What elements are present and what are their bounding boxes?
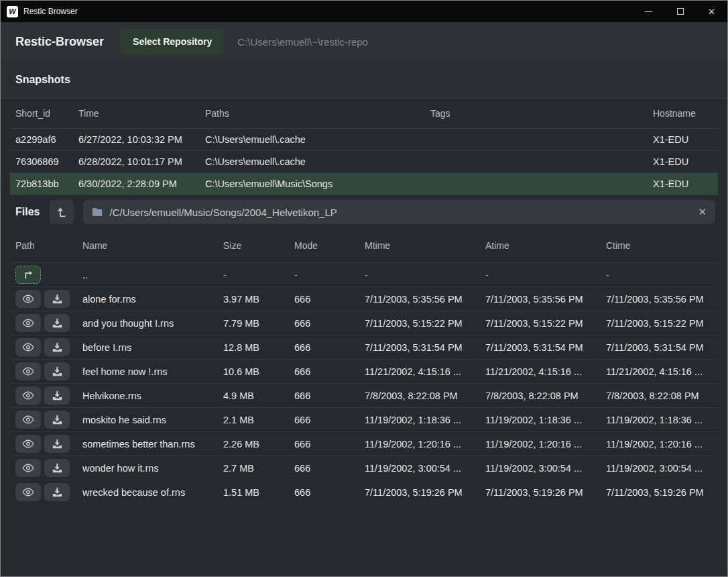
eye-icon: [22, 488, 34, 496]
file-mtime: 7/11/2003, 5:15:22 PM: [359, 318, 480, 329]
preview-file-button[interactable]: [15, 386, 41, 405]
column-header-short-id[interactable]: Short_id: [10, 108, 73, 119]
column-header-size[interactable]: Size: [218, 240, 289, 251]
download-file-button[interactable]: [44, 459, 70, 477]
file-size: 2.1 MB: [218, 415, 289, 425]
eye-icon: [22, 295, 34, 303]
file-mode: 666: [289, 390, 359, 401]
file-mtime: 11/19/2002, 1:20:16 ...: [359, 439, 480, 450]
file-atime: 7/11/2003, 5:31:54 PM: [480, 342, 601, 353]
maximize-icon: [677, 8, 684, 15]
clear-path-button[interactable]: ✕: [698, 206, 707, 218]
column-header-ctime[interactable]: Ctime: [601, 240, 718, 251]
snapshot-row[interactable]: 76306869 6/28/2022, 10:01:17 PM C:\Users…: [10, 150, 718, 172]
files-section-header: Files /C/Users/emuell/Music/Songs/2004_H…: [1, 195, 727, 229]
file-size: 4.9 MB: [218, 390, 289, 401]
preview-file-button[interactable]: [15, 290, 41, 308]
preview-file-button[interactable]: [15, 435, 41, 453]
download-file-button[interactable]: [44, 386, 70, 405]
snapshot-hostname: X1-EDU: [648, 156, 718, 167]
snapshot-paths: C:\Users\emuell\.cache: [200, 156, 425, 167]
download-file-button[interactable]: [44, 338, 70, 356]
goto-root-button[interactable]: [50, 200, 74, 224]
column-header-atime[interactable]: Atime: [480, 240, 601, 251]
parent-directory-button[interactable]: [15, 266, 41, 284]
file-row: Helvikone.rns 4.9 MB 666 7/8/2003, 8:22:…: [10, 383, 718, 407]
files-table-header: Path Name Size Mode Mtime Atime Ctime: [10, 229, 718, 262]
file-mtime: 7/11/2003, 5:31:54 PM: [359, 342, 480, 353]
file-mode: 666: [289, 318, 359, 329]
app-title: Restic-Browser: [15, 35, 104, 49]
download-file-button[interactable]: [44, 483, 70, 501]
file-name: feel home now !.rns: [77, 366, 218, 377]
column-header-tags[interactable]: Tags: [425, 108, 648, 119]
select-repository-button[interactable]: Select Repository: [120, 29, 225, 54]
file-name: and you thought I.rns: [77, 318, 218, 329]
snapshot-time: 6/28/2022, 10:01:17 PM: [73, 156, 200, 167]
current-path-text: /C/Users/emuell/Music/Songs/2004_Helveti…: [109, 207, 691, 218]
preview-file-button[interactable]: [15, 483, 41, 501]
download-file-button[interactable]: [44, 290, 70, 308]
current-path-input[interactable]: /C/Users/emuell/Music/Songs/2004_Helveti…: [83, 200, 715, 224]
download-file-button[interactable]: [44, 314, 70, 332]
wails-logo-icon: W: [7, 6, 18, 17]
file-size: -: [218, 270, 289, 280]
snapshot-row-selected[interactable]: 72b813bb 6/30/2022, 2:28:09 PM C:\Users\…: [10, 172, 718, 195]
close-button[interactable]: ✕: [696, 1, 727, 22]
file-mode: -: [289, 270, 359, 280]
file-ctime: 7/11/2003, 5:31:54 PM: [601, 342, 718, 353]
download-file-button[interactable]: [44, 435, 70, 453]
eye-icon: [22, 391, 34, 400]
column-header-mtime[interactable]: Mtime: [359, 240, 480, 251]
maximize-button[interactable]: [664, 1, 696, 22]
preview-file-button[interactable]: [15, 362, 41, 380]
file-ctime: 11/19/2002, 3:00:54 ...: [601, 463, 718, 474]
snapshots-section-header: Snapshots: [1, 61, 727, 99]
column-header-paths[interactable]: Paths: [200, 108, 425, 119]
file-row: feel home now !.rns 10.6 MB 666 11/21/20…: [10, 359, 718, 383]
snapshot-row[interactable]: a2299af6 6/27/2022, 10:03:32 PM C:\Users…: [10, 128, 718, 150]
column-header-name[interactable]: Name: [77, 240, 218, 251]
preview-file-button[interactable]: [15, 314, 41, 332]
snapshot-short-id: 72b813bb: [10, 178, 73, 189]
eye-icon: [22, 464, 34, 472]
file-ctime: -: [601, 270, 718, 280]
preview-file-button[interactable]: [15, 411, 41, 429]
file-mode: 666: [289, 463, 359, 474]
file-atime: 7/11/2003, 5:35:56 PM: [480, 294, 601, 305]
file-mtime: 7/11/2003, 5:35:56 PM: [359, 294, 480, 305]
app-window: W Restic Browser ✕ Restic-Browser Select…: [0, 0, 728, 577]
column-header-hostname[interactable]: Hostname: [648, 108, 718, 119]
download-file-button[interactable]: [44, 362, 70, 380]
column-header-mode[interactable]: Mode: [289, 240, 359, 251]
file-mtime: 11/19/2002, 3:00:54 ...: [359, 463, 480, 474]
snapshots-table: Short_id Time Paths Tags Hostname a2299a…: [10, 99, 718, 195]
app-header: Restic-Browser Select Repository C:\User…: [1, 22, 727, 61]
file-mtime: 11/21/2002, 4:15:16 ...: [359, 366, 480, 377]
file-mode: 666: [289, 342, 359, 353]
preview-file-button[interactable]: [15, 338, 41, 356]
file-atime: 7/8/2003, 8:22:08 PM: [480, 390, 601, 401]
download-icon: [52, 342, 62, 352]
file-name: alone for.rns: [77, 294, 218, 305]
file-size: 12.8 MB: [218, 342, 289, 353]
file-name: moskito he said.rns: [77, 415, 218, 425]
minimize-button[interactable]: [633, 1, 664, 22]
files-heading: Files: [15, 206, 40, 218]
file-size: 2.26 MB: [218, 439, 289, 450]
file-ctime: 7/11/2003, 5:19:26 PM: [601, 487, 718, 498]
file-ctime: 7/8/2003, 8:22:08 PM: [601, 390, 718, 401]
root-arrow-icon: [56, 207, 68, 218]
file-mode: 666: [289, 366, 359, 377]
download-file-button[interactable]: [44, 411, 70, 429]
file-size: 1.51 MB: [218, 487, 289, 498]
column-header-time[interactable]: Time: [73, 108, 200, 119]
titlebar[interactable]: W Restic Browser ✕: [1, 1, 727, 22]
snapshot-time: 6/30/2022, 2:28:09 PM: [73, 178, 200, 189]
file-name: wrecked because of.rns: [77, 487, 218, 498]
file-ctime: 11/19/2002, 1:20:16 ...: [601, 439, 718, 450]
column-header-path[interactable]: Path: [10, 240, 77, 251]
snapshots-heading: Snapshots: [15, 74, 70, 86]
preview-file-button[interactable]: [15, 459, 41, 477]
snapshot-short-id: 76306869: [10, 156, 73, 167]
